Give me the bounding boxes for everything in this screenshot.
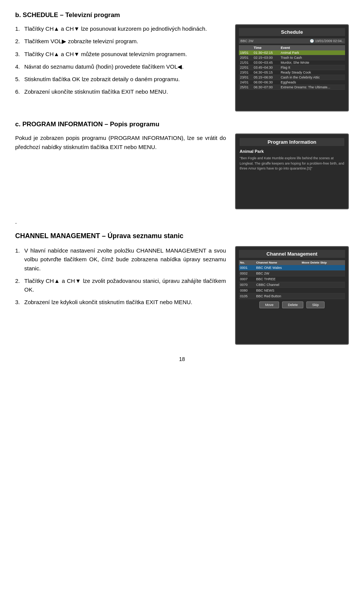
program-info-screen: Program Information Animal Park "Ben Fog… bbox=[235, 133, 349, 209]
channel-mgmt-table: No. Channel Name Move Delete Skip 0001BB… bbox=[239, 260, 345, 299]
schedule-date-cell: 19/01 bbox=[239, 50, 253, 55]
schedule-event-cell: Extreme Dreams: The Ultimate... bbox=[279, 85, 345, 90]
list-item: 1.V hlavní nabídce nastavení zvolte polo… bbox=[15, 246, 226, 273]
move-button[interactable]: Move bbox=[259, 301, 279, 308]
section-c-content: Pokud je zobrazen popis programu (PROGRA… bbox=[15, 133, 349, 209]
table-row: 20/0102:15~03:00Trash to Cash bbox=[239, 55, 345, 60]
schedule-col-event: Event bbox=[279, 45, 345, 50]
ch-actions-cell bbox=[301, 288, 345, 294]
table-row: 0001BBC ONE Wales bbox=[239, 265, 345, 271]
ch-name-cell: BBC ONE Wales bbox=[255, 265, 300, 271]
ch-col-no: No. bbox=[239, 260, 255, 265]
skip-button[interactable]: Skip bbox=[306, 301, 325, 308]
table-row: 0080BBC NEWS bbox=[239, 288, 345, 294]
table-row: 0002BBC 2W bbox=[239, 271, 345, 276]
list-item: 3.Zobrazení lze kdykoli ukončit stisknut… bbox=[15, 298, 226, 306]
ch-no-cell: 0070 bbox=[239, 282, 255, 288]
section-c-intro: Pokud je zobrazen popis programu (PROGRA… bbox=[15, 133, 226, 152]
table-row: 25/0106:30~07:00Extreme Dreams: The Ulti… bbox=[239, 85, 345, 90]
list-text: Zobrazení ukončíte stisknutím tlačítka E… bbox=[24, 87, 168, 96]
channel-management-text: 1.V hlavní nabídce nastavení zvolte polo… bbox=[15, 246, 226, 311]
schedule-date-cell: 20/01 bbox=[239, 55, 253, 60]
ch-actions-cell bbox=[301, 282, 345, 288]
list-num: 2. bbox=[15, 37, 22, 46]
section-c-text: Pokud je zobrazen popis programu (PROGRA… bbox=[15, 133, 226, 152]
prog-description: "Ben Fogle and Kate Humble explore life … bbox=[240, 156, 344, 171]
schedule-date-cell: 21/01 bbox=[239, 60, 253, 65]
schedule-time-cell: 05:15~06:00 bbox=[253, 75, 279, 80]
schedule-event-cell: Eggheads bbox=[279, 80, 345, 85]
list-num: 5. bbox=[15, 75, 22, 83]
schedule-screen-title: Schedule bbox=[239, 28, 345, 36]
list-text: Tlačítkem VOL▶ zobrazíte televizní progr… bbox=[24, 37, 138, 46]
channel-management-list: 1.V hlavní nabídce nastavení zvolte polo… bbox=[15, 246, 226, 307]
program-info-screen-container: Program Information Animal Park "Ben Fog… bbox=[235, 133, 349, 209]
ch-action-buttons: Move Delete Skip bbox=[239, 301, 345, 308]
list-text: Tlačítky CH▲ a CH▼ můžete posunovat tele… bbox=[24, 50, 187, 58]
table-row: 19/0101:30~02:15Animal Park bbox=[239, 50, 345, 55]
schedule-time-cell: 06:00~06:30 bbox=[253, 80, 279, 85]
list-num: 3. bbox=[15, 50, 22, 58]
schedule-event-cell: Ready Steady Cook bbox=[279, 70, 345, 75]
ch-col-name: Channel Name bbox=[255, 260, 300, 265]
table-row: 0105BBC Red Button bbox=[239, 294, 345, 299]
schedule-screen: Schedule BBC 2W 🕐 19/01/2009 02:04.. Tim… bbox=[235, 24, 349, 111]
schedule-event-cell: Flag It bbox=[279, 65, 345, 70]
ch-actions-cell bbox=[301, 265, 345, 271]
section-b-content: 1.Tlačítky CH▲ a CH▼ lze posunovat kurzo… bbox=[15, 24, 349, 111]
schedule-time-cell: 03:00~03:45 bbox=[253, 60, 279, 65]
list-item: 1.Tlačítky CH▲ a CH▼ lze posunovat kurzo… bbox=[15, 24, 226, 33]
list-text: V hlavní nabídce nastavení zvolte položk… bbox=[24, 246, 226, 273]
channel-management-title: CHANNEL MANAGEMENT – Úprava seznamu stan… bbox=[15, 232, 349, 240]
list-num: 2. bbox=[15, 276, 22, 294]
table-row: 22/0103:45~04:30Flag It bbox=[239, 65, 345, 70]
schedule-event-cell: Animal Park bbox=[279, 50, 345, 55]
ch-name-cell: BBC 2W bbox=[255, 271, 300, 276]
list-num: 6. bbox=[15, 87, 22, 96]
ch-name-cell: CBBC Channel bbox=[255, 282, 300, 288]
schedule-time-cell: 03:45~04:30 bbox=[253, 65, 279, 70]
schedule-col-date bbox=[239, 45, 253, 50]
ch-no-cell: 0007 bbox=[239, 276, 255, 282]
list-text: Tlačítky CH▲ a CH▼ lze posunovat kurzore… bbox=[24, 24, 207, 33]
schedule-header-row: BBC 2W 🕐 19/01/2009 02:04.. bbox=[239, 38, 345, 44]
schedule-time-cell: 01:30~02:15 bbox=[253, 50, 279, 55]
list-text: Tlačítky CH▲ a CH▼ lze zvolit požadovano… bbox=[24, 276, 226, 294]
ch-no-cell: 0001 bbox=[239, 265, 255, 271]
list-text: Stisknutím tlačítka OK lze zobrazit deta… bbox=[24, 75, 180, 83]
section-c-title: c. PROGRAM INFORMATION – Popis programu bbox=[15, 121, 349, 128]
ch-col-actions: Move Delete Skip bbox=[301, 260, 345, 265]
ch-no-cell: 0105 bbox=[239, 294, 255, 299]
ch-actions-cell bbox=[301, 276, 345, 282]
section-separator: . bbox=[15, 218, 349, 225]
prog-screen-title: Program Information bbox=[240, 138, 344, 146]
channel-mgmt-screen: Channel Management No. Channel Name Move… bbox=[235, 246, 349, 345]
table-row: 23/0104:30~05:15Ready Steady Cook bbox=[239, 70, 345, 75]
list-text: Zobrazení lze kdykoli ukončit stisknutím… bbox=[24, 298, 192, 306]
channel-mgmt-screen-container: Channel Management No. Channel Name Move… bbox=[235, 246, 349, 345]
channel-management-content: 1.V hlavní nabídce nastavení zvolte polo… bbox=[15, 246, 349, 345]
list-num: 1. bbox=[15, 24, 22, 33]
schedule-date-cell: 22/01 bbox=[239, 65, 253, 70]
delete-button[interactable]: Delete bbox=[282, 301, 303, 308]
schedule-time-cell: 06:30~07:00 bbox=[253, 85, 279, 90]
list-item: 3.Tlačítky CH▲ a CH▼ můžete posunovat te… bbox=[15, 50, 226, 58]
list-text: Návrat do seznamu datumů (hodin) provede… bbox=[24, 62, 184, 71]
section-b-title: b. SCHEDULE – Televizní program bbox=[15, 11, 349, 19]
schedule-table: Time Event 19/0101:30~02:15Animal Park20… bbox=[239, 45, 345, 90]
schedule-col-time: Time bbox=[253, 45, 279, 50]
table-row: 24/0106:00~06:30Eggheads bbox=[239, 80, 345, 85]
schedule-event-cell: Trash to Cash bbox=[279, 55, 345, 60]
list-item: 4.Návrat do seznamu datumů (hodin) prove… bbox=[15, 62, 226, 71]
schedule-screen-container: Schedule BBC 2W 🕐 19/01/2009 02:04.. Tim… bbox=[235, 24, 349, 111]
schedule-time-cell: 02:15~03:00 bbox=[253, 55, 279, 60]
section-b: b. SCHEDULE – Televizní program 1.Tlačít… bbox=[15, 11, 349, 111]
list-num: 3. bbox=[15, 298, 22, 306]
schedule-channel: BBC 2W bbox=[240, 39, 254, 43]
channel-management-section: CHANNEL MANAGEMENT – Úprava seznamu stan… bbox=[15, 232, 349, 345]
ch-actions-cell bbox=[301, 271, 345, 276]
section-b-list: 1.Tlačítky CH▲ a CH▼ lze posunovat kurzo… bbox=[15, 24, 226, 96]
table-row: 0007BBC THREE bbox=[239, 276, 345, 282]
channel-mgmt-screen-title: Channel Management bbox=[239, 250, 345, 258]
ch-no-cell: 0002 bbox=[239, 271, 255, 276]
